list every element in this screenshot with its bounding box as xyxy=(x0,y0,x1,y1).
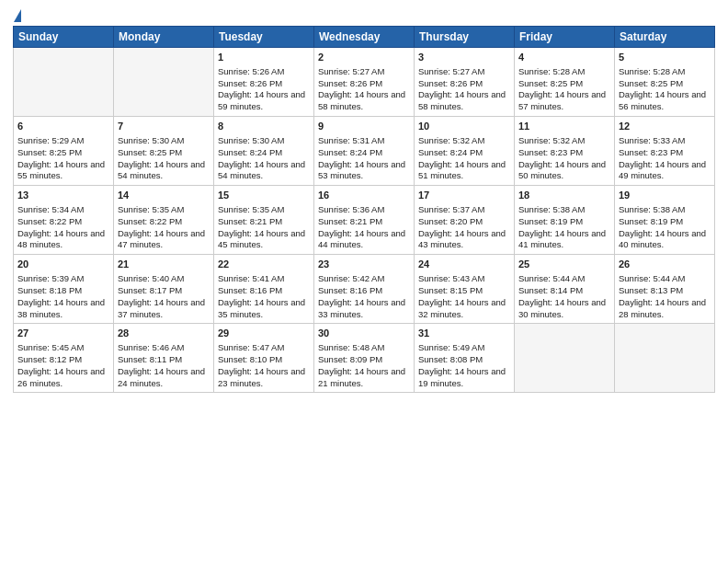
cell-content: Sunrise: 5:38 AMSunset: 8:19 PMDaylight:… xyxy=(518,204,610,251)
day-number: 2 xyxy=(318,51,410,64)
cell-content: Sunrise: 5:36 AMSunset: 8:21 PMDaylight:… xyxy=(318,204,410,251)
cell-content: Sunrise: 5:30 AMSunset: 8:24 PMDaylight:… xyxy=(218,135,310,182)
weekday-header-saturday: Saturday xyxy=(615,27,715,48)
page: SundayMondayTuesdayWednesdayThursdayFrid… xyxy=(0,0,728,563)
calendar-cell: 19Sunrise: 5:38 AMSunset: 8:19 PMDayligh… xyxy=(615,186,715,255)
calendar-cell: 31Sunrise: 5:49 AMSunset: 8:08 PMDayligh… xyxy=(415,324,515,393)
day-number: 21 xyxy=(118,258,210,271)
day-number: 22 xyxy=(218,258,310,271)
cell-content: Sunrise: 5:35 AMSunset: 8:22 PMDaylight:… xyxy=(118,204,210,251)
cell-content: Sunrise: 5:29 AMSunset: 8:25 PMDaylight:… xyxy=(17,135,109,182)
calendar-cell: 26Sunrise: 5:44 AMSunset: 8:13 PMDayligh… xyxy=(615,255,715,324)
calendar-cell: 8Sunrise: 5:30 AMSunset: 8:24 PMDaylight… xyxy=(214,117,314,186)
calendar-cell: 14Sunrise: 5:35 AMSunset: 8:22 PMDayligh… xyxy=(114,186,214,255)
calendar-cell: 5Sunrise: 5:28 AMSunset: 8:25 PMDaylight… xyxy=(615,48,715,117)
calendar-cell: 25Sunrise: 5:44 AMSunset: 8:14 PMDayligh… xyxy=(515,255,615,324)
calendar-cell: 20Sunrise: 5:39 AMSunset: 8:18 PMDayligh… xyxy=(14,255,114,324)
day-number: 17 xyxy=(418,189,510,202)
cell-content: Sunrise: 5:31 AMSunset: 8:24 PMDaylight:… xyxy=(318,135,410,182)
day-number: 13 xyxy=(17,189,109,202)
calendar-cell: 18Sunrise: 5:38 AMSunset: 8:19 PMDayligh… xyxy=(515,186,615,255)
cell-content: Sunrise: 5:28 AMSunset: 8:25 PMDaylight:… xyxy=(619,66,711,113)
day-number: 27 xyxy=(17,327,109,340)
day-number: 12 xyxy=(619,120,711,133)
cell-content: Sunrise: 5:47 AMSunset: 8:10 PMDaylight:… xyxy=(218,342,310,389)
calendar-cell: 22Sunrise: 5:41 AMSunset: 8:16 PMDayligh… xyxy=(214,255,314,324)
day-number: 23 xyxy=(318,258,410,271)
weekday-header-monday: Monday xyxy=(114,27,214,48)
weekday-header-row: SundayMondayTuesdayWednesdayThursdayFrid… xyxy=(14,27,715,48)
calendar-cell: 11Sunrise: 5:32 AMSunset: 8:23 PMDayligh… xyxy=(515,117,615,186)
weekday-header-tuesday: Tuesday xyxy=(214,27,314,48)
day-number: 8 xyxy=(218,120,310,133)
cell-content: Sunrise: 5:38 AMSunset: 8:19 PMDaylight:… xyxy=(619,204,711,251)
cell-content: Sunrise: 5:44 AMSunset: 8:13 PMDaylight:… xyxy=(619,273,711,320)
calendar-cell: 13Sunrise: 5:34 AMSunset: 8:22 PMDayligh… xyxy=(14,186,114,255)
calendar-cell: 23Sunrise: 5:42 AMSunset: 8:16 PMDayligh… xyxy=(314,255,415,324)
cell-content: Sunrise: 5:49 AMSunset: 8:08 PMDaylight:… xyxy=(418,342,510,389)
calendar-cell: 27Sunrise: 5:45 AMSunset: 8:12 PMDayligh… xyxy=(14,324,114,393)
cell-content: Sunrise: 5:37 AMSunset: 8:20 PMDaylight:… xyxy=(418,204,510,251)
calendar-cell: 9Sunrise: 5:31 AMSunset: 8:24 PMDaylight… xyxy=(314,117,415,186)
cell-content: Sunrise: 5:46 AMSunset: 8:11 PMDaylight:… xyxy=(118,342,210,389)
cell-content: Sunrise: 5:40 AMSunset: 8:17 PMDaylight:… xyxy=(118,273,210,320)
cell-content: Sunrise: 5:27 AMSunset: 8:26 PMDaylight:… xyxy=(418,66,510,113)
day-number: 24 xyxy=(418,258,510,271)
calendar-cell: 24Sunrise: 5:43 AMSunset: 8:15 PMDayligh… xyxy=(415,255,515,324)
calendar-cell: 1Sunrise: 5:26 AMSunset: 8:26 PMDaylight… xyxy=(214,48,314,117)
calendar-cell xyxy=(14,48,114,117)
calendar-cell: 15Sunrise: 5:35 AMSunset: 8:21 PMDayligh… xyxy=(214,186,314,255)
calendar-cell: 6Sunrise: 5:29 AMSunset: 8:25 PMDaylight… xyxy=(14,117,114,186)
calendar-cell xyxy=(114,48,214,117)
logo xyxy=(13,9,21,20)
weekday-header-wednesday: Wednesday xyxy=(314,27,415,48)
cell-content: Sunrise: 5:26 AMSunset: 8:26 PMDaylight:… xyxy=(218,66,310,113)
calendar-cell: 30Sunrise: 5:48 AMSunset: 8:09 PMDayligh… xyxy=(314,324,415,393)
calendar-cell: 29Sunrise: 5:47 AMSunset: 8:10 PMDayligh… xyxy=(214,324,314,393)
day-number: 16 xyxy=(318,189,410,202)
day-number: 7 xyxy=(118,120,210,133)
week-row-4: 20Sunrise: 5:39 AMSunset: 8:18 PMDayligh… xyxy=(14,255,715,324)
cell-content: Sunrise: 5:35 AMSunset: 8:21 PMDaylight:… xyxy=(218,204,310,251)
weekday-header-thursday: Thursday xyxy=(415,27,515,48)
day-number: 25 xyxy=(518,258,610,271)
weekday-header-friday: Friday xyxy=(515,27,615,48)
calendar-cell xyxy=(515,324,615,393)
cell-content: Sunrise: 5:44 AMSunset: 8:14 PMDaylight:… xyxy=(518,273,610,320)
day-number: 1 xyxy=(218,51,310,64)
calendar-cell: 7Sunrise: 5:30 AMSunset: 8:25 PMDaylight… xyxy=(114,117,214,186)
cell-content: Sunrise: 5:32 AMSunset: 8:24 PMDaylight:… xyxy=(418,135,510,182)
cell-content: Sunrise: 5:32 AMSunset: 8:23 PMDaylight:… xyxy=(518,135,610,182)
cell-content: Sunrise: 5:48 AMSunset: 8:09 PMDaylight:… xyxy=(318,342,410,389)
calendar-cell: 4Sunrise: 5:28 AMSunset: 8:25 PMDaylight… xyxy=(515,48,615,117)
calendar-cell: 21Sunrise: 5:40 AMSunset: 8:17 PMDayligh… xyxy=(114,255,214,324)
cell-content: Sunrise: 5:27 AMSunset: 8:26 PMDaylight:… xyxy=(318,66,410,113)
day-number: 20 xyxy=(17,258,109,271)
header xyxy=(13,9,715,20)
calendar-cell: 12Sunrise: 5:33 AMSunset: 8:23 PMDayligh… xyxy=(615,117,715,186)
day-number: 28 xyxy=(118,327,210,340)
day-number: 4 xyxy=(518,51,610,64)
day-number: 14 xyxy=(118,189,210,202)
calendar-cell: 28Sunrise: 5:46 AMSunset: 8:11 PMDayligh… xyxy=(114,324,214,393)
cell-content: Sunrise: 5:30 AMSunset: 8:25 PMDaylight:… xyxy=(118,135,210,182)
day-number: 15 xyxy=(218,189,310,202)
weekday-header-sunday: Sunday xyxy=(14,27,114,48)
day-number: 9 xyxy=(318,120,410,133)
cell-content: Sunrise: 5:39 AMSunset: 8:18 PMDaylight:… xyxy=(17,273,109,320)
week-row-1: 1Sunrise: 5:26 AMSunset: 8:26 PMDaylight… xyxy=(14,48,715,117)
cell-content: Sunrise: 5:41 AMSunset: 8:16 PMDaylight:… xyxy=(218,273,310,320)
day-number: 6 xyxy=(17,120,109,133)
week-row-5: 27Sunrise: 5:45 AMSunset: 8:12 PMDayligh… xyxy=(14,324,715,393)
cell-content: Sunrise: 5:33 AMSunset: 8:23 PMDaylight:… xyxy=(619,135,711,182)
logo-triangle-icon xyxy=(14,9,21,22)
day-number: 26 xyxy=(619,258,711,271)
calendar-cell: 10Sunrise: 5:32 AMSunset: 8:24 PMDayligh… xyxy=(415,117,515,186)
day-number: 5 xyxy=(619,51,711,64)
week-row-3: 13Sunrise: 5:34 AMSunset: 8:22 PMDayligh… xyxy=(14,186,715,255)
day-number: 18 xyxy=(518,189,610,202)
day-number: 3 xyxy=(418,51,510,64)
cell-content: Sunrise: 5:45 AMSunset: 8:12 PMDaylight:… xyxy=(17,342,109,389)
day-number: 11 xyxy=(518,120,610,133)
calendar-cell xyxy=(615,324,715,393)
